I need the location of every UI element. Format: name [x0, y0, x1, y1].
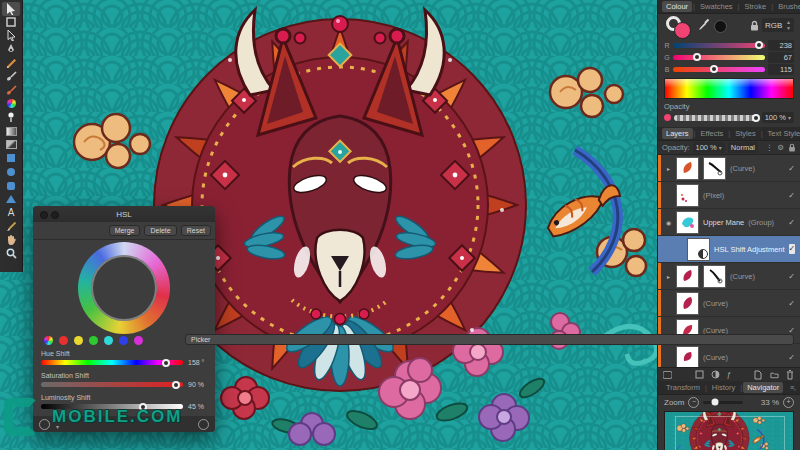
picker-button[interactable]: Picker — [185, 334, 794, 345]
hsl-dialog-titlebar[interactable]: HSL — [33, 206, 215, 222]
layer-visible-check[interactable] — [788, 353, 795, 362]
magenta-channel-dot[interactable] — [134, 336, 143, 345]
channel-value[interactable]: 115 — [768, 64, 794, 75]
artistic-text-tool[interactable]: A — [2, 206, 20, 220]
layers-opacity-select[interactable]: 100 % — [693, 142, 725, 153]
zoom-out-icon[interactable]: − — [688, 397, 699, 408]
gear-icon[interactable]: ⚙ — [777, 143, 784, 152]
colour-spectrum-picker[interactable] — [664, 78, 794, 99]
group-layers-icon[interactable] — [770, 370, 779, 379]
tab-stroke[interactable]: Stroke — [741, 1, 771, 12]
triangle-tool[interactable] — [2, 192, 20, 206]
transparency-tool[interactable] — [2, 138, 20, 152]
lock-icon[interactable] — [788, 143, 796, 152]
layer-visible-check[interactable] — [788, 272, 795, 281]
reset-button[interactable]: Reset — [181, 225, 211, 236]
luminosity-shift-slider[interactable] — [41, 404, 183, 409]
vector-brush-tool[interactable] — [2, 220, 20, 234]
colour-mode-select[interactable]: RGB ▲▼ — [762, 18, 794, 32]
delete-button[interactable]: Delete — [144, 225, 176, 236]
blue-channel-slider[interactable] — [673, 67, 765, 72]
colour-wheel-tool[interactable] — [2, 97, 20, 111]
cyan-channel-dot[interactable] — [104, 336, 113, 345]
layer-visible-check[interactable] — [788, 164, 795, 173]
tab-effects[interactable]: Effects — [696, 128, 727, 139]
colour-tag-icon[interactable] — [663, 370, 672, 379]
zoom-slider[interactable] — [703, 401, 743, 404]
layer-row[interactable]: ▸ (Curve) — [658, 263, 800, 290]
layer-visible-check[interactable] — [788, 299, 795, 308]
layer-row-upper-mane[interactable]: ◉ Upper Mane (Group) — [658, 209, 800, 236]
expander-icon[interactable]: ▸ — [665, 273, 672, 280]
master-channel-dot[interactable] — [44, 336, 53, 345]
zoom-in-icon[interactable]: + — [783, 397, 794, 408]
slider-knob[interactable] — [711, 399, 718, 406]
tab-navigator[interactable]: Navigator — [743, 382, 783, 393]
layer-thumbnail[interactable] — [676, 184, 699, 207]
add-layer-icon[interactable] — [754, 370, 763, 379]
layer-thumbnail[interactable] — [676, 211, 699, 234]
slider-knob[interactable] — [710, 65, 718, 73]
footer-option-icon[interactable] — [39, 419, 50, 430]
layer-thumbnail[interactable] — [676, 157, 699, 180]
mask-layer-icon[interactable] — [695, 370, 704, 379]
paint-brush-tool[interactable] — [2, 70, 20, 84]
layer-row[interactable]: ▸ (Curve) — [658, 155, 800, 182]
merge-button[interactable]: Merge — [109, 225, 141, 236]
layer-thumbnail[interactable] — [676, 292, 699, 315]
ellipse-tool[interactable] — [2, 165, 20, 179]
lock-icon[interactable] — [750, 20, 759, 31]
expander-icon[interactable]: ▸ — [665, 165, 672, 172]
slider-knob[interactable] — [162, 359, 170, 367]
tab-swatches[interactable]: Swatches — [696, 1, 737, 12]
layer-visible-check[interactable] — [789, 244, 796, 254]
secondary-colour-swatch[interactable] — [714, 20, 727, 33]
slider-knob[interactable] — [693, 53, 701, 61]
layer-row[interactable]: ▸ (Pixel) — [658, 182, 800, 209]
minimize-window-icon[interactable] — [51, 211, 59, 219]
green-channel-slider[interactable] — [673, 55, 765, 60]
live-filter-icon[interactable]: ƒ — [727, 370, 731, 379]
rectangle-tool[interactable] — [2, 152, 20, 166]
slider-knob[interactable] — [172, 381, 180, 389]
layer-row[interactable]: ▸ (Curve) — [658, 290, 800, 317]
delete-layer-icon[interactable] — [786, 370, 795, 379]
layer-row[interactable]: ▸ (Curve) — [658, 344, 800, 367]
layer-row-hsl-adjustment[interactable]: HSL Shift Adjustment — [658, 236, 800, 263]
yellow-channel-dot[interactable] — [74, 336, 83, 345]
tab-colour[interactable]: Colour — [662, 1, 692, 12]
blend-options-icon[interactable]: ⋮ — [766, 143, 774, 152]
hue-colour-wheel[interactable] — [78, 242, 170, 334]
pencil-tool[interactable] — [2, 56, 20, 70]
slider-knob[interactable] — [139, 403, 147, 411]
channel-value[interactable]: 238 — [768, 40, 794, 51]
blend-mode-select[interactable]: Normal — [728, 142, 758, 153]
tab-layers[interactable]: Layers — [662, 128, 693, 139]
layer-visible-check[interactable] — [788, 218, 795, 227]
move-tool[interactable] — [2, 2, 20, 16]
opacity-value[interactable]: 100 % — [762, 112, 794, 123]
view-tool[interactable] — [2, 16, 20, 30]
dodge-tool[interactable] — [2, 111, 20, 125]
slider-knob[interactable] — [752, 114, 760, 122]
footer-option-icon[interactable] — [198, 419, 209, 430]
navigator-thumbnail[interactable] — [664, 411, 794, 450]
rounded-rectangle-tool[interactable] — [2, 179, 20, 193]
channel-value[interactable]: 67 — [768, 52, 794, 63]
mask-thumbnail[interactable] — [703, 157, 726, 180]
navigator-view-rectangle[interactable] — [675, 416, 785, 450]
smudge-brush-tool[interactable] — [2, 84, 20, 98]
hue-shift-slider[interactable] — [41, 360, 183, 365]
close-window-icon[interactable] — [40, 211, 48, 219]
slider-knob[interactable] — [755, 41, 763, 49]
zoom-tool[interactable] — [2, 247, 20, 261]
zoom-value[interactable]: 33 % — [761, 398, 779, 407]
adjustment-layer-icon[interactable] — [711, 370, 720, 379]
layer-thumbnail[interactable] — [676, 265, 699, 288]
layer-thumbnail[interactable] — [676, 346, 699, 368]
red-channel-slider[interactable] — [673, 43, 765, 48]
red-channel-dot[interactable] — [59, 336, 68, 345]
pen-tool[interactable] — [2, 43, 20, 57]
tab-brushes[interactable]: Brushes — [774, 1, 800, 12]
tab-transform[interactable]: Transform — [662, 382, 704, 393]
